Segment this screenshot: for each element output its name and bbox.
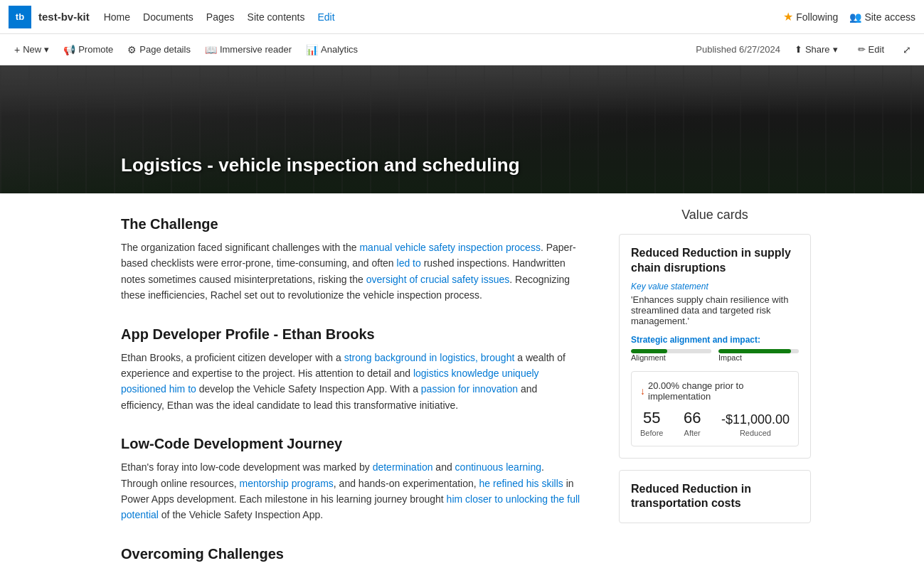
expand-button[interactable]: ⤢ [898, 41, 915, 58]
metrics-change-text: 20.00% change prior to implementation [648, 380, 790, 402]
page-details-label: Page details [139, 44, 191, 55]
immersive-reader-button[interactable]: 📖 Immersive reader [199, 41, 297, 58]
promote-icon: 📢 [63, 44, 75, 55]
section-challenge: The Challenge The organization faced sig… [121, 216, 583, 304]
alignment-bar-group: Alignment [631, 349, 711, 364]
metric-before: 55 Before [640, 409, 663, 437]
share-icon: ⬆ [795, 44, 802, 55]
lowcode-body: Ethan's foray into low-code development … [121, 459, 583, 523]
nav-edit[interactable]: Edit [318, 11, 335, 23]
impact-label: Impact [718, 353, 799, 362]
top-nav-right: ★ Following 👥 Site access [783, 10, 915, 23]
site-access-label: Site access [864, 11, 915, 23]
content-area: The Challenge The organization faced sig… [0, 193, 612, 573]
site-logo: tb [9, 6, 31, 28]
promote-button[interactable]: 📢 Promote [58, 41, 119, 58]
star-icon: ★ [783, 10, 793, 23]
lowcode-heading: Low-Code Development Journey [121, 436, 583, 452]
toolbar: + New ▾ 📢 Promote ⚙ Page details 📖 Immer… [0, 34, 924, 65]
site-access-button[interactable]: 👥 Site access [849, 11, 915, 23]
analytics-label: Analytics [321, 44, 358, 55]
share-chevron-icon: ▾ [833, 44, 838, 55]
following-label: Following [796, 11, 838, 23]
site-name: test-bv-kit [38, 11, 90, 23]
analytics-button[interactable]: 📊 Analytics [300, 41, 363, 58]
toolbar-right: Published 6/27/2024 ⬆ Share ▾ ✏ Edit ⤢ [696, 41, 915, 58]
page-title: Logistics - vehicle inspection and sched… [0, 154, 520, 193]
section-overcoming: Overcoming Challenges [121, 546, 583, 562]
share-button[interactable]: ⬆ Share ▾ [789, 41, 844, 58]
top-nav: tb test-bv-kit Home Documents Pages Site… [0, 0, 924, 34]
value-cards-title: Value cards [619, 208, 811, 223]
metric-before-label: Before [640, 429, 663, 437]
nav-home[interactable]: Home [104, 11, 130, 23]
hero-banner: Logistics - vehicle inspection and sched… [0, 65, 924, 193]
immersive-reader-icon: 📖 [205, 44, 217, 55]
metric-after-label: After [684, 429, 701, 437]
card1-strategic-label: Strategic alignment and impact: [631, 335, 799, 345]
immersive-reader-label: Immersive reader [220, 44, 292, 55]
overcoming-heading: Overcoming Challenges [121, 546, 583, 562]
metrics-row: 55 Before 66 After -$11,000.00 Reduced [640, 409, 790, 437]
share-label: Share [805, 44, 830, 55]
new-label: New [23, 44, 41, 55]
nav-pages[interactable]: Pages [206, 11, 235, 23]
impact-bar-group: Impact [718, 349, 799, 364]
nav-site-contents[interactable]: Site contents [248, 11, 305, 23]
metric-reduced: -$11,000.00 Reduced [721, 412, 790, 437]
page-details-button[interactable]: ⚙ Page details [122, 41, 196, 58]
new-chevron-icon: ▾ [44, 44, 49, 55]
challenge-body: The organization faced significant chall… [121, 240, 583, 304]
metric-reduced-value: -$11,000.00 [721, 412, 790, 427]
value-card-1: Reduced Reduction in supply chain disrup… [619, 234, 811, 459]
metric-reduced-label: Reduced [721, 429, 790, 437]
analytics-icon: 📊 [306, 44, 318, 55]
card1-kv-label: Key value statement [631, 282, 799, 291]
metric-after-value: 66 [684, 409, 701, 427]
challenge-heading: The Challenge [121, 216, 583, 232]
main-content: The Challenge The organization faced sig… [0, 193, 924, 573]
nav-documents[interactable]: Documents [143, 11, 193, 23]
sidebar-value-cards: Value cards Reduced Reduction in supply … [612, 193, 825, 573]
people-icon: 👥 [849, 11, 861, 23]
metrics-box: ↓ 20.00% change prior to implementation … [631, 371, 799, 446]
plus-icon: + [14, 44, 20, 55]
new-button[interactable]: + New ▾ [9, 41, 55, 58]
page-details-icon: ⚙ [127, 44, 137, 55]
metric-after: 66 After [684, 409, 701, 437]
section-lowcode: Low-Code Development Journey Ethan's for… [121, 436, 583, 523]
section-developer: App Developer Profile - Ethan Brooks Eth… [121, 326, 583, 414]
card1-quote: 'Enhances supply chain resilience with s… [631, 294, 799, 326]
alignment-label: Alignment [631, 353, 711, 362]
promote-label: Promote [78, 44, 113, 55]
card2-heading: Reduced Reduction in transportation cost… [631, 482, 799, 512]
metric-before-value: 55 [640, 409, 663, 427]
metrics-change: ↓ 20.00% change prior to implementation [640, 380, 790, 402]
value-card-2: Reduced Reduction in transportation cost… [619, 470, 811, 524]
published-date: Published 6/27/2024 [696, 44, 780, 55]
arrow-down-icon: ↓ [640, 385, 645, 397]
developer-body: Ethan Brooks, a proficient citizen devel… [121, 350, 583, 414]
edit-label: Edit [869, 44, 884, 55]
nav-links: Home Documents Pages Site contents Edit [104, 11, 784, 23]
card1-heading: Reduced Reduction in supply chain disrup… [631, 246, 799, 276]
developer-heading: App Developer Profile - Ethan Brooks [121, 326, 583, 343]
alignment-bars: Alignment Impact [631, 349, 799, 364]
following-button[interactable]: ★ Following [783, 10, 838, 23]
edit-button[interactable]: ✏ Edit [852, 41, 890, 58]
edit-icon: ✏ [858, 44, 866, 55]
expand-icon: ⤢ [903, 44, 911, 55]
